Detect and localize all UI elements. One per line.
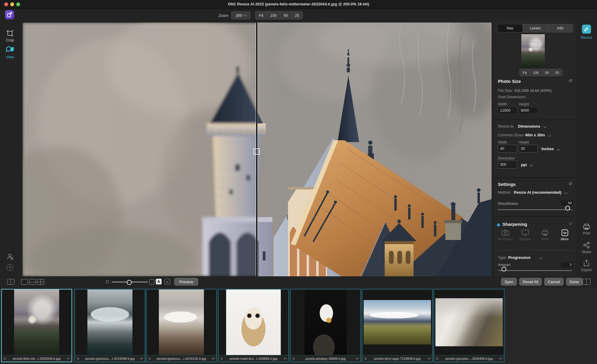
resize-in-icon: ↳ bbox=[148, 356, 151, 361]
filename-label: pexels-pixabay-36846.lr.jpg bbox=[305, 357, 346, 360]
resize-in-icon: ↳ bbox=[3, 356, 6, 361]
photo-size-title: Photo Size bbox=[498, 79, 521, 84]
sharpening-reset-icon[interactable]: ↺ bbox=[568, 221, 572, 226]
doc-height-input[interactable] bbox=[519, 145, 538, 153]
thumb-size-slider-handle[interactable] bbox=[127, 280, 132, 285]
chevron-down-icon bbox=[530, 164, 533, 167]
photo-size-reset-icon[interactable]: ↺ bbox=[568, 78, 572, 83]
print-button[interactable]: Print bbox=[576, 223, 597, 235]
file-size-label: File Size: bbox=[498, 89, 513, 93]
doc-width-label: Width bbox=[498, 140, 507, 144]
sharpening-enable-toggle[interactable] bbox=[497, 223, 500, 226]
filmstrip-item-7[interactable]: ↳ pexels-yaroslav...-1834400.lr.jpg ↵ bbox=[434, 289, 505, 362]
crop-tool[interactable]: Crop bbox=[0, 29, 20, 42]
filmstrip-item-2[interactable]: ↳ pexels-gianluca-...i-4215098.lr.jpg ↵ bbox=[74, 289, 145, 362]
crop-tool-label: Crop bbox=[0, 38, 20, 42]
zoom-preset-100[interactable]: 100 bbox=[267, 12, 280, 19]
common-sizes-dropdown[interactable]: 40in x 30in bbox=[525, 132, 550, 138]
auto-letter: A bbox=[157, 279, 160, 284]
chevron-down-icon bbox=[244, 14, 247, 17]
resolution-units-dropdown[interactable]: ppi bbox=[521, 162, 532, 167]
divider bbox=[494, 250, 576, 250]
method-label: Method bbox=[498, 190, 511, 195]
resolution-units-value: ppi bbox=[521, 162, 527, 167]
thumb-size-slider[interactable] bbox=[112, 280, 148, 284]
zoom-level-dropdown[interactable]: 200 bbox=[231, 11, 250, 19]
smoothness-slider[interactable] bbox=[498, 208, 572, 211]
units-value: Inches bbox=[541, 147, 554, 151]
pixel-height-input[interactable] bbox=[519, 107, 538, 114]
doc-width-input[interactable] bbox=[498, 145, 517, 153]
layout-single-icon[interactable] bbox=[21, 279, 28, 285]
nav-preset-25[interactable]: 25 bbox=[552, 69, 562, 76]
method-dropdown[interactable]: Resize AI (recommended) bbox=[514, 190, 567, 195]
more-checkbox-icon bbox=[561, 229, 569, 236]
smoothness-value[interactable]: 90 bbox=[561, 200, 573, 206]
filmstrip-item-4[interactable]: ↳ pexels-mark-bro...t-106685.lr.jpg ↵ bbox=[218, 289, 289, 362]
compare-divider[interactable] bbox=[254, 23, 259, 276]
zoom-preset-fit[interactable]: Fit bbox=[256, 12, 266, 19]
soft-proof-checkbox-icon[interactable]: ✓ bbox=[165, 279, 170, 284]
image-canvas[interactable] bbox=[23, 23, 492, 276]
auto-preview-icon[interactable]: A bbox=[156, 279, 162, 284]
resize-in-icon: ↳ bbox=[436, 356, 439, 361]
sharpen-preset-fix-focus[interactable]: Fix Focus bbox=[497, 229, 514, 241]
background-color-icon[interactable] bbox=[149, 279, 154, 284]
sharpen-type-dropdown[interactable]: Progressive bbox=[508, 255, 542, 260]
pixel-height-label: Height bbox=[519, 102, 529, 106]
resize-to-dropdown[interactable]: Dimensions bbox=[518, 123, 546, 129]
crop-icon bbox=[6, 29, 14, 37]
zoom-preset-25[interactable]: 25 bbox=[291, 12, 302, 19]
settings-title: Settings bbox=[498, 182, 516, 187]
view-tool[interactable]: View bbox=[0, 46, 20, 59]
filename-label: pexels-gianluca-...i-4215098.lr.jpg bbox=[85, 357, 135, 360]
nav-preset-100[interactable]: 100 bbox=[530, 69, 542, 76]
amount-slider-handle[interactable] bbox=[502, 267, 506, 271]
filmstrip-item-3[interactable]: ↳ pexels-gianluca-...i-4215102.lr.jpg ↵ bbox=[146, 289, 217, 362]
export-button[interactable]: Export bbox=[576, 259, 597, 272]
resize-out-icon: ↵ bbox=[67, 356, 70, 361]
sharpen-type-label: Type bbox=[498, 256, 506, 260]
sharpen-preset-label: Screen bbox=[520, 237, 530, 241]
resize-module-button[interactable]: Resize bbox=[576, 25, 597, 40]
nav-preset-fit[interactable]: Fit bbox=[520, 69, 530, 76]
sharpen-preset-label: Fix Focus bbox=[498, 237, 513, 241]
help-button[interactable]: ? bbox=[7, 264, 13, 271]
compare-view-icon[interactable] bbox=[7, 279, 14, 285]
nav-preview-thumbnail[interactable] bbox=[521, 34, 545, 67]
sharpen-preset-more[interactable]: More bbox=[556, 229, 573, 241]
filmstrip-item-1[interactable]: ↳ pexels-felix-mit...r-2832044.lr.jpg ↵ bbox=[1, 289, 72, 362]
filmstrip-item-6[interactable]: ↳ pexels-terry-agar-7119649.lr.jpg ↵ bbox=[362, 289, 433, 362]
pixel-width-input[interactable] bbox=[498, 107, 517, 114]
chevron-down-icon bbox=[564, 191, 567, 194]
account-button[interactable] bbox=[7, 253, 14, 262]
tab-nav[interactable]: Nav bbox=[498, 24, 523, 32]
tab-levels[interactable]: Levels bbox=[523, 24, 548, 32]
settings-reset-icon[interactable]: ↺ bbox=[568, 181, 572, 187]
divider bbox=[494, 120, 576, 120]
nav-view-rectangle[interactable] bbox=[530, 42, 538, 47]
nav-preset-50[interactable]: 50 bbox=[542, 69, 552, 76]
zoom-preset-50[interactable]: 50 bbox=[280, 12, 291, 19]
amount-value[interactable]: 5 bbox=[561, 262, 573, 267]
share-label: Share bbox=[576, 250, 597, 254]
window-title: ON1 Resize AI 2022 (pexels-felix-mitterm… bbox=[0, 2, 597, 6]
filename-bar: ↳ pexels-terry-agar-7119649.lr.jpg ↵ bbox=[362, 355, 432, 362]
sharpen-preset-screen[interactable]: Screen bbox=[517, 229, 533, 241]
layout-filmstrip-icon[interactable] bbox=[29, 279, 36, 285]
thumbnail-snow-mountains bbox=[159, 290, 204, 355]
units-dropdown[interactable]: Inches bbox=[541, 146, 559, 151]
resize-to-value: Dimensions bbox=[518, 124, 540, 129]
preview-button[interactable]: Preview bbox=[174, 278, 198, 286]
layout-grid-icon[interactable] bbox=[37, 279, 44, 285]
filename-label: pexels-felix-mit...r-2832044.lr.jpg bbox=[13, 357, 61, 360]
resolution-input[interactable] bbox=[498, 161, 517, 168]
tab-info[interactable]: Info bbox=[547, 24, 573, 32]
share-button[interactable]: Share bbox=[576, 241, 597, 254]
amount-slider[interactable] bbox=[498, 269, 572, 272]
export-icon bbox=[583, 259, 590, 267]
sharpen-preset-print[interactable]: Print bbox=[537, 229, 553, 241]
smoothness-slider-handle[interactable] bbox=[565, 206, 570, 211]
filmstrip-item-5[interactable]: ↳ pexels-pixabay-36846.lr.jpg ↵ bbox=[290, 289, 361, 362]
panel-toggle-icon[interactable] bbox=[583, 279, 590, 285]
